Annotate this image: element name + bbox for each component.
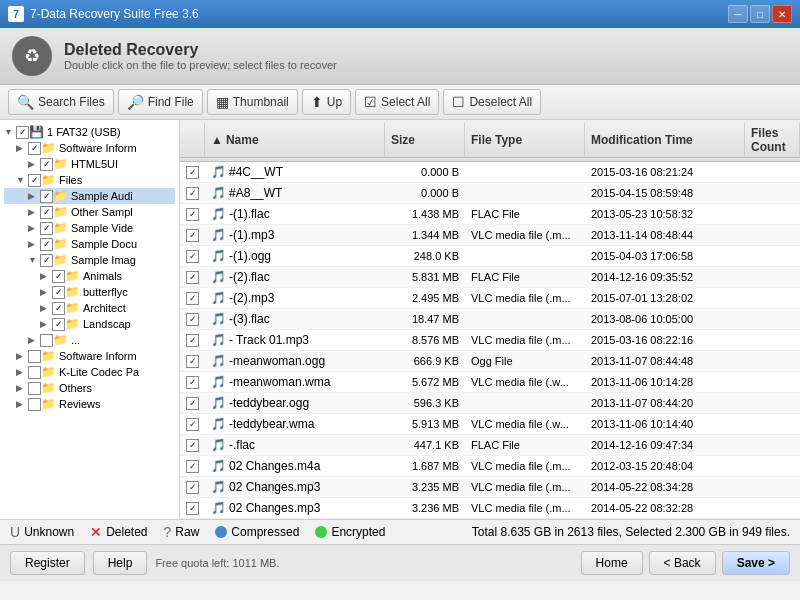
- tree-item[interactable]: ▶📁Software Inform: [4, 348, 175, 364]
- table-row[interactable]: 🎵02 Changes.mp33.235 MBVLC media file (.…: [180, 477, 800, 498]
- file-checkbox[interactable]: [186, 292, 199, 305]
- table-row[interactable]: 🎵#A8__WT0.000 B2015-04-15 08:59:48: [180, 183, 800, 204]
- table-row[interactable]: 🎵#4C__WT0.000 B2015-03-16 08:21:24: [180, 162, 800, 183]
- back-button[interactable]: < Back: [649, 551, 716, 575]
- table-row[interactable]: 🎵02 Changes.m4a1.687 MBVLC media file (.…: [180, 456, 800, 477]
- table-row[interactable]: 🎵-meanwoman.ogg666.9 KBOgg File2013-11-0…: [180, 351, 800, 372]
- file-checkbox[interactable]: [186, 313, 199, 326]
- table-row[interactable]: 🎵02 Changes.mp33.236 MBVLC media file (.…: [180, 498, 800, 519]
- file-checkbox[interactable]: [186, 271, 199, 284]
- tree-item[interactable]: ▶📁HTML5UI: [4, 156, 175, 172]
- expand-icon[interactable]: ▶: [28, 223, 40, 233]
- tree-checkbox[interactable]: [52, 286, 65, 299]
- file-checkbox-cell[interactable]: [180, 313, 205, 326]
- file-checkbox-cell[interactable]: [180, 376, 205, 389]
- table-row[interactable]: 🎵-teddybear.ogg596.3 KB2013-11-07 08:44:…: [180, 393, 800, 414]
- expand-icon[interactable]: ▼: [4, 127, 16, 137]
- file-checkbox-cell[interactable]: [180, 271, 205, 284]
- table-row[interactable]: 🎵-(2).mp32.495 MBVLC media file (.m...20…: [180, 288, 800, 309]
- select-all-button[interactable]: ☑ Select All: [355, 89, 439, 115]
- file-checkbox[interactable]: [186, 208, 199, 221]
- tree-checkbox[interactable]: [28, 366, 41, 379]
- tree-item[interactable]: ▶📁Sample Audi: [4, 188, 175, 204]
- col-header-size[interactable]: Size: [385, 123, 465, 158]
- home-button[interactable]: Home: [581, 551, 643, 575]
- tree-item[interactable]: ▶📁Sample Vide: [4, 220, 175, 236]
- save-button[interactable]: Save >: [722, 551, 790, 575]
- table-row[interactable]: 🎵-(1).ogg248.0 KB2015-04-03 17:06:58: [180, 246, 800, 267]
- file-checkbox[interactable]: [186, 397, 199, 410]
- file-checkbox-cell[interactable]: [180, 355, 205, 368]
- file-checkbox-cell[interactable]: [180, 460, 205, 473]
- tree-checkbox[interactable]: [28, 382, 41, 395]
- col-header-count[interactable]: Files Count: [745, 123, 800, 158]
- find-file-button[interactable]: 🔎 Find File: [118, 89, 203, 115]
- tree-checkbox[interactable]: [40, 158, 53, 171]
- table-row[interactable]: 🎵-(3).flac18.47 MB2013-08-06 10:05:00: [180, 309, 800, 330]
- expand-icon[interactable]: ▶: [16, 143, 28, 153]
- expand-icon[interactable]: ▶: [28, 191, 40, 201]
- table-row[interactable]: 🎵-.flac447.1 KBFLAC File2014-12-16 09:47…: [180, 435, 800, 456]
- file-checkbox[interactable]: [186, 418, 199, 431]
- file-checkbox-cell[interactable]: [180, 292, 205, 305]
- tree-item[interactable]: ▶📁Others: [4, 380, 175, 396]
- file-checkbox-cell[interactable]: [180, 229, 205, 242]
- expand-icon[interactable]: ▶: [40, 319, 52, 329]
- tree-checkbox[interactable]: [52, 318, 65, 331]
- tree-item[interactable]: ▶📁Software Inform: [4, 140, 175, 156]
- file-checkbox[interactable]: [186, 250, 199, 263]
- tree-item[interactable]: ▶📁Other Sampl: [4, 204, 175, 220]
- tree-checkbox[interactable]: [28, 398, 41, 411]
- tree-checkbox[interactable]: [40, 334, 53, 347]
- deselect-all-button[interactable]: ☐ Deselect All: [443, 89, 541, 115]
- file-checkbox[interactable]: [186, 460, 199, 473]
- expand-icon[interactable]: ▶: [28, 159, 40, 169]
- tree-item[interactable]: ▶📁...: [4, 332, 175, 348]
- tree-checkbox[interactable]: [40, 206, 53, 219]
- tree-checkbox[interactable]: [28, 174, 41, 187]
- col-header-mod[interactable]: Modification Time: [585, 123, 745, 158]
- file-checkbox-cell[interactable]: [180, 166, 205, 179]
- expand-icon[interactable]: ▶: [16, 367, 28, 377]
- tree-item[interactable]: ▶📁K-Lite Codec Pa: [4, 364, 175, 380]
- table-row[interactable]: 🎵-meanwoman.wma5.672 MBVLC media file (.…: [180, 372, 800, 393]
- table-row[interactable]: 🎵- Track 01.mp38.576 MBVLC media file (.…: [180, 330, 800, 351]
- file-checkbox[interactable]: [186, 166, 199, 179]
- tree-checkbox[interactable]: [40, 190, 53, 203]
- close-button[interactable]: ✕: [772, 5, 792, 23]
- expand-icon[interactable]: ▼: [28, 255, 40, 265]
- tree-panel[interactable]: ▼💾1 FAT32 (USB)▶📁Software Inform▶📁HTML5U…: [0, 120, 180, 519]
- tree-item[interactable]: ▶📁Landscap: [4, 316, 175, 332]
- file-checkbox[interactable]: [186, 334, 199, 347]
- tree-item[interactable]: ▼📁Sample Imag: [4, 252, 175, 268]
- register-button[interactable]: Register: [10, 551, 85, 575]
- window-controls[interactable]: ─ □ ✕: [728, 5, 792, 23]
- file-checkbox[interactable]: [186, 481, 199, 494]
- file-checkbox-cell[interactable]: [180, 208, 205, 221]
- expand-icon[interactable]: ▶: [40, 303, 52, 313]
- file-checkbox-cell[interactable]: [180, 502, 205, 515]
- thumbnail-button[interactable]: ▦ Thumbnail: [207, 89, 298, 115]
- file-checkbox-cell[interactable]: [180, 397, 205, 410]
- tree-checkbox[interactable]: [40, 222, 53, 235]
- tree-item[interactable]: ▶📁Sample Docu: [4, 236, 175, 252]
- tree-checkbox[interactable]: [40, 238, 53, 251]
- file-checkbox-cell[interactable]: [180, 187, 205, 200]
- file-checkbox-cell[interactable]: [180, 439, 205, 452]
- file-list[interactable]: 🎵#4C__WT0.000 B2015-03-16 08:21:24🎵#A8__…: [180, 162, 800, 519]
- file-checkbox-cell[interactable]: [180, 418, 205, 431]
- expand-icon[interactable]: ▶: [16, 399, 28, 409]
- file-checkbox[interactable]: [186, 376, 199, 389]
- tree-checkbox[interactable]: [40, 254, 53, 267]
- tree-item[interactable]: ▼📁Files: [4, 172, 175, 188]
- file-checkbox-cell[interactable]: [180, 334, 205, 347]
- tree-checkbox[interactable]: [16, 126, 29, 139]
- file-checkbox[interactable]: [186, 355, 199, 368]
- file-checkbox[interactable]: [186, 187, 199, 200]
- table-row[interactable]: 🎵-(1).mp31.344 MBVLC media file (.m...20…: [180, 225, 800, 246]
- expand-icon[interactable]: ▼: [16, 175, 28, 185]
- tree-item[interactable]: ▼💾1 FAT32 (USB): [4, 124, 175, 140]
- file-checkbox-cell[interactable]: [180, 481, 205, 494]
- tree-checkbox[interactable]: [28, 142, 41, 155]
- tree-item[interactable]: ▶📁Architect: [4, 300, 175, 316]
